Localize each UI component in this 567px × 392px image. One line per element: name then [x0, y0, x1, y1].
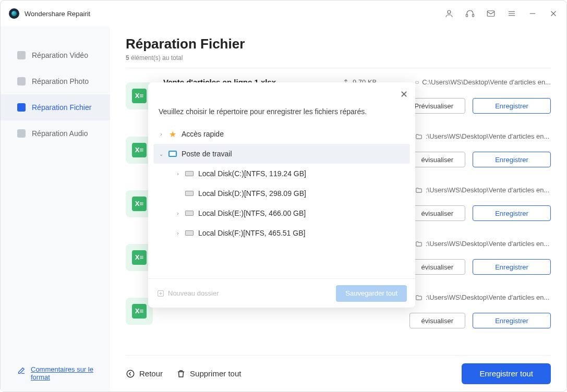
file-actions: Prévisualiser Enregistrer	[403, 98, 551, 114]
tree-quick-access[interactable]: › ★ Accès rapide	[153, 124, 410, 144]
xlsx-icon: X≡	[132, 143, 147, 157]
footer: Retour Supprimer tout Enregistrer tout	[126, 355, 551, 391]
save-button[interactable]: Enregistrer	[473, 152, 551, 167]
new-folder-button[interactable]: Nouveau dossier	[156, 289, 219, 298]
file-path: :\Users\WS\Desktop\Vente d'articles en..…	[415, 186, 551, 194]
photo-icon	[17, 77, 26, 85]
file-icon	[17, 103, 26, 112]
dialog-close-icon[interactable]: ✕	[400, 89, 408, 100]
file-path: C:\Users\WS\Desktop\Vente d'articles en.…	[415, 78, 551, 86]
directory-tree: › ★ Accès rapide ⌄ Poste de travail › Lo…	[148, 124, 415, 278]
minimize-icon[interactable]	[528, 9, 537, 18]
headset-icon[interactable]	[465, 9, 475, 18]
feedback-label: Commentaires sur le format	[31, 365, 93, 381]
dialog-message: Veuillez choisir le répertoire pour enre…	[148, 82, 415, 124]
save-directory-dialog: ✕ Veuillez choisir le répertoire pour en…	[148, 82, 415, 308]
back-button[interactable]: Retour	[126, 369, 163, 378]
sidebar-item-file[interactable]: Réparation Fichier	[1, 94, 110, 120]
save-all-button[interactable]: Enregistrer tout	[462, 363, 551, 384]
mail-icon[interactable]	[486, 9, 496, 18]
svg-rect-3	[487, 11, 494, 17]
dialog-save-all-button[interactable]: Sauvegarder tout	[336, 285, 407, 302]
menu-icon[interactable]	[507, 9, 516, 18]
star-icon: ★	[168, 130, 177, 138]
chevron-right-icon: ›	[175, 230, 180, 236]
save-button[interactable]: Enregistrer	[473, 313, 551, 328]
nav-items: Réparation Vidéo Réparation Photo Répara…	[1, 27, 110, 355]
chevron-down-icon: ⌄	[159, 151, 164, 157]
xlsx-icon: X≡	[132, 250, 147, 265]
file-path: :\Users\WS\Desktop\Vente d'articles en..…	[415, 293, 551, 301]
svg-rect-1	[466, 15, 468, 17]
sidebar: Réparation Vidéo Réparation Photo Répara…	[1, 27, 110, 391]
monitor-icon	[168, 150, 177, 158]
tree-this-pc[interactable]: ⌄ Poste de travail	[153, 144, 410, 164]
audio-icon	[17, 129, 26, 138]
file-actions: évisualiser Enregistrer	[409, 205, 551, 221]
file-actions: évisualiser Enregistrer	[409, 259, 551, 275]
tree-disk-item[interactable]: › Local Disk(F:)[NTFS, 465.51 GB]	[153, 223, 410, 243]
svg-point-0	[448, 10, 451, 14]
file-actions: évisualiser Enregistrer	[409, 313, 551, 328]
xlsx-icon: X≡	[132, 197, 147, 211]
preview-button[interactable]: évisualiser	[409, 152, 465, 167]
xlsx-icon: X≡	[132, 89, 147, 103]
file-actions: évisualiser Enregistrer	[409, 152, 551, 167]
sidebar-item-audio[interactable]: Réparation Audio	[1, 120, 110, 146]
feedback-link[interactable]: Commentaires sur le format	[17, 365, 93, 381]
save-button[interactable]: Enregistrer	[473, 98, 551, 114]
svg-rect-2	[473, 15, 474, 17]
titlebar-left: Wondershare Repairit	[9, 8, 90, 19]
tree-disk-item[interactable]: Local Disk(D:)[NTFS, 298.09 GB]	[153, 183, 410, 203]
disk-icon	[185, 229, 194, 237]
svg-point-10	[127, 370, 134, 377]
save-button[interactable]: Enregistrer	[473, 205, 551, 221]
nav-label: Réparation Fichier	[32, 103, 91, 112]
titlebar: Wondershare Repairit	[1, 1, 566, 27]
dialog-footer: Nouveau dossier Sauvegarder tout	[148, 278, 415, 308]
app-logo	[9, 8, 19, 19]
close-icon[interactable]	[549, 9, 558, 18]
disk-icon	[185, 209, 194, 217]
chevron-right-icon: ›	[175, 211, 180, 216]
sidebar-item-photo[interactable]: Réparation Photo	[1, 68, 110, 94]
chevron-right-icon: ›	[175, 171, 180, 177]
nav-label: Réparation Photo	[32, 77, 89, 85]
preview-button[interactable]: évisualiser	[409, 259, 465, 275]
sidebar-footer: Commentaires sur le format	[1, 355, 110, 391]
delete-all-button[interactable]: Supprimer tout	[176, 369, 241, 378]
titlebar-right	[444, 9, 558, 18]
tree-disk-item[interactable]: › Local Disk(C:)[NTFS, 119.24 GB]	[153, 164, 410, 183]
page-title: Réparation Fichier	[126, 36, 551, 52]
file-path: :\Users\WS\Desktop\Vente d'articles en..…	[415, 132, 551, 140]
nav-label: Réparation Audio	[32, 129, 88, 138]
nav-label: Réparation Vidéo	[32, 51, 88, 59]
xlsx-icon: X≡	[132, 304, 147, 318]
disk-icon	[185, 169, 194, 178]
preview-button[interactable]: évisualiser	[409, 205, 465, 221]
save-button[interactable]: Enregistrer	[473, 259, 551, 275]
page-subtitle: 5 élément(s) au total	[126, 54, 551, 62]
disk-icon	[185, 189, 194, 198]
video-icon	[17, 51, 26, 59]
sidebar-item-video[interactable]: Réparation Vidéo	[1, 42, 110, 68]
page-header: Réparation Fichier 5 élément(s) au total	[126, 27, 551, 68]
user-icon[interactable]	[444, 9, 454, 18]
chevron-right-icon: ›	[159, 131, 164, 137]
preview-button[interactable]: évisualiser	[409, 313, 465, 328]
file-path: :\Users\WS\Desktop\Vente d'articles en..…	[415, 240, 551, 248]
app-title: Wondershare Repairit	[25, 10, 90, 18]
tree-disk-item[interactable]: › Local Disk(E:)[NTFS, 466.00 GB]	[153, 203, 410, 223]
